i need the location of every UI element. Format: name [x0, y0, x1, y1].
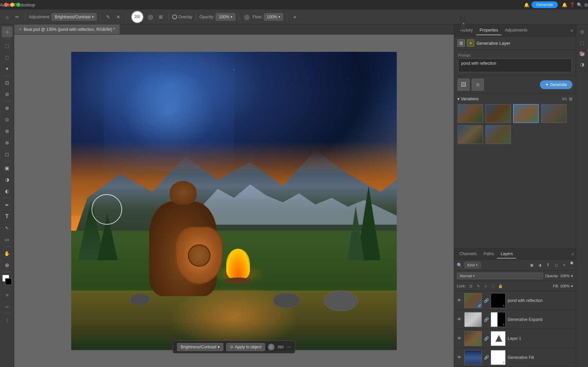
- fill-dropdown-icon[interactable]: ▾: [571, 284, 573, 288]
- add-image-button[interactable]: 🖼: [457, 79, 470, 91]
- panel-menu-icon[interactable]: ≡: [570, 28, 573, 33]
- kind-filter-dropdown[interactable]: Kind: [464, 262, 481, 268]
- tool-move[interactable]: ⊹: [2, 26, 13, 37]
- tool-extra[interactable]: ⋮: [2, 315, 13, 326]
- tool-healing[interactable]: ⊕: [2, 103, 13, 114]
- lock-all-icon[interactable]: 🔒: [497, 283, 504, 289]
- opacity-dropdown-icon[interactable]: ▾: [571, 274, 573, 278]
- tool-lasso[interactable]: ◌: [2, 52, 13, 63]
- variations-chevron[interactable]: ▾: [457, 97, 459, 101]
- tab-close-icon[interactable]: ✕: [19, 27, 22, 31]
- tab-channels[interactable]: Channels: [456, 250, 480, 259]
- blend-mode-dropdown[interactable]: Normal: [457, 272, 543, 279]
- layer-visibility-gen-expand[interactable]: 👁: [456, 317, 462, 323]
- tool-blur[interactable]: ◑: [2, 174, 13, 185]
- layer-visibility-gen-fill[interactable]: 👁: [456, 354, 462, 361]
- side-layers-icon[interactable]: ⬚: [577, 38, 587, 47]
- filter-shape-icon[interactable]: ◻: [553, 262, 560, 268]
- tool-marquee[interactable]: ⬚: [2, 40, 13, 51]
- tool-options-icon[interactable]: ✏: [13, 13, 22, 21]
- apply-to-object-button[interactable]: ⊙ Apply to object: [226, 343, 265, 351]
- tool-crop[interactable]: ⊡: [2, 77, 13, 88]
- layer-visibility-pond[interactable]: 👁: [456, 298, 462, 304]
- variation-6[interactable]: [485, 125, 511, 144]
- airbrush-icon[interactable]: ⋄: [290, 13, 299, 21]
- filter-active-dot[interactable]: [570, 262, 573, 264]
- layer-visibility-layer1[interactable]: 👁: [456, 335, 462, 342]
- flow-icon[interactable]: ◎: [242, 13, 251, 21]
- tool-quick-mask[interactable]: ⊙: [2, 289, 13, 300]
- background-color[interactable]: [5, 278, 12, 285]
- tool-eyedropper[interactable]: ⊘: [2, 89, 13, 100]
- tool-magic-wand[interactable]: ✦: [2, 63, 13, 74]
- tool-path-select[interactable]: ↖: [2, 223, 13, 233]
- side-adjustments-icon[interactable]: ◑: [577, 60, 587, 69]
- tab-paths[interactable]: Paths: [480, 250, 497, 259]
- bell-icon[interactable]: 🔔: [562, 2, 567, 7]
- tool-dodge[interactable]: ◐: [2, 186, 13, 197]
- layer-link-pond[interactable]: 🔗: [484, 298, 489, 303]
- tab-history[interactable]: History: [457, 26, 476, 35]
- tool-brush[interactable]: ⊙: [2, 114, 13, 125]
- layer-link-gen-expand[interactable]: 🔗: [484, 317, 489, 322]
- home-button[interactable]: ⌂: [3, 13, 12, 21]
- layer-item-layer1[interactable]: 👁 🔗 Layer 1: [454, 329, 576, 348]
- tool-clone[interactable]: ⊛: [2, 126, 13, 137]
- window-icon[interactable]: ⊞: [584, 2, 588, 7]
- layer-generative-icon[interactable]: ✦: [467, 39, 474, 47]
- tool-pen[interactable]: ✒: [2, 200, 13, 210]
- variation-3[interactable]: [513, 104, 539, 123]
- side-properties-icon[interactable]: ⊙: [577, 27, 587, 37]
- tab-adjustments[interactable]: Adjustments: [502, 26, 531, 35]
- filter-pixel-icon[interactable]: ▣: [528, 262, 535, 268]
- more-options-button[interactable]: ⋯: [286, 344, 291, 350]
- layer-image-icon[interactable]: 🖼: [457, 39, 465, 47]
- brush-size-preview[interactable]: 250: [131, 11, 143, 23]
- maximize-button[interactable]: [16, 3, 20, 7]
- variation-2[interactable]: [485, 104, 511, 123]
- tool-hand[interactable]: ✋: [2, 248, 13, 259]
- layer-item-gen-fill[interactable]: 👁 🔗 ✦ Generative Fill: [454, 348, 576, 367]
- adjustment-dropdown[interactable]: Brightness/Contrast: [52, 13, 96, 21]
- tool-gradient[interactable]: ▣: [2, 163, 13, 174]
- canvas-tab[interactable]: ✕ Bear.psd @ 130% (pond with reflection,…: [14, 24, 120, 34]
- tool-eraser[interactable]: ◻: [2, 149, 13, 160]
- generate-button[interactable]: ✦ Generate: [540, 80, 572, 89]
- notification-icon[interactable]: 🔔: [524, 2, 529, 7]
- layers-search-icon[interactable]: 🔍: [457, 263, 462, 268]
- tab-layers[interactable]: Layers: [497, 250, 516, 259]
- tab-properties[interactable]: Properties: [476, 26, 502, 35]
- layer-item-gen-expand[interactable]: 👁 🔗 ✦ Generative Expand: [454, 310, 576, 329]
- filter-type-icon[interactable]: T: [545, 262, 551, 268]
- share-button[interactable]: Generate: [531, 1, 558, 8]
- cancel-icon[interactable]: ✕: [114, 13, 123, 21]
- target-icon[interactable]: ◎: [146, 13, 155, 21]
- prompt-input[interactable]: pond with reflection: [458, 59, 572, 72]
- filter-smart-icon[interactable]: ✦: [561, 262, 568, 268]
- tool-type[interactable]: T: [2, 211, 13, 222]
- side-libraries-icon[interactable]: 📚: [577, 49, 587, 58]
- transform-icon[interactable]: ⊞: [156, 13, 165, 21]
- tool-frame[interactable]: ▭: [2, 301, 13, 312]
- layer-link-layer1[interactable]: 🔗: [484, 336, 489, 341]
- add-reference-button[interactable]: ⊞: [472, 79, 484, 91]
- layer-link-gen-fill[interactable]: 🔗: [484, 355, 489, 360]
- tool-history-brush[interactable]: ⊚: [2, 137, 13, 148]
- variation-5[interactable]: [457, 125, 483, 144]
- search-icon[interactable]: 🔍: [577, 2, 582, 7]
- flow-dropdown[interactable]: 100%: [264, 13, 283, 21]
- panel-collapse-button[interactable]: ◂: [460, 24, 466, 30]
- pencil-icon[interactable]: ✎: [104, 13, 113, 21]
- close-button[interactable]: [4, 3, 8, 7]
- lock-artboard-icon[interactable]: ⬚: [490, 283, 496, 289]
- minimize-button[interactable]: [10, 3, 14, 7]
- opacity-dropdown[interactable]: 100%: [216, 13, 235, 21]
- layer-item-pond[interactable]: 👁 🔗 🔗 ✦ pond with reflection: [454, 291, 576, 310]
- color-indicator[interactable]: [268, 344, 275, 350]
- layers-menu-icon[interactable]: ≡: [571, 252, 574, 257]
- variation-4[interactable]: [541, 104, 567, 123]
- variation-1[interactable]: [457, 104, 483, 123]
- lock-transparent-icon[interactable]: ⊡: [468, 283, 474, 289]
- overlay-checkbox[interactable]: [172, 15, 177, 19]
- brightness-context-dropdown[interactable]: Brightness/Contrast: [177, 343, 223, 351]
